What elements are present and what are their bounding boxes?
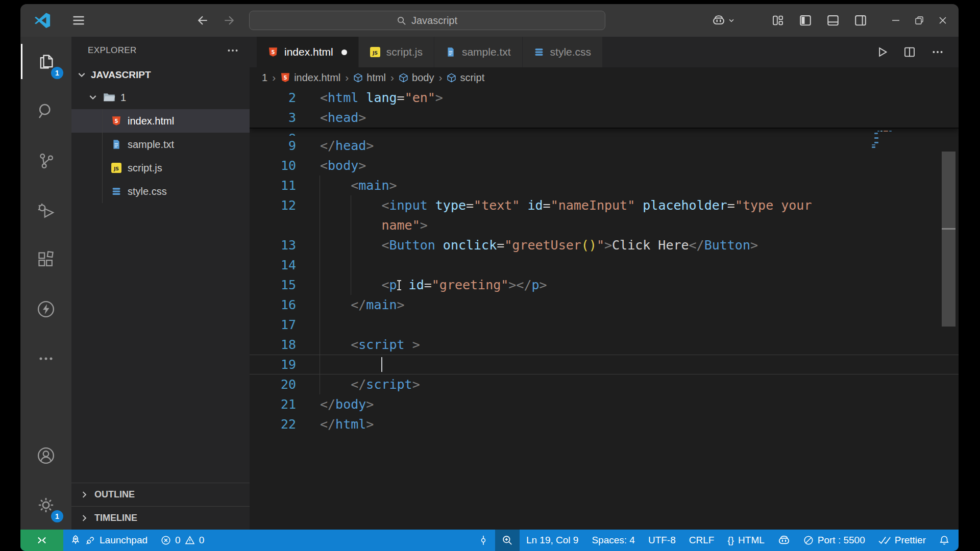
code-editor[interactable]: 2<html lang="en">3<head> 89</head>10<bod… bbox=[250, 88, 959, 530]
code-line-8[interactable]: 8 bbox=[250, 129, 959, 136]
copilot-icon[interactable] bbox=[712, 10, 735, 31]
commit-status-item[interactable] bbox=[472, 530, 495, 551]
remote-icon bbox=[36, 536, 47, 545]
back-arrow-icon[interactable] bbox=[196, 14, 209, 27]
explorer-badge: 1 bbox=[51, 67, 63, 79]
svg-text:JS: JS bbox=[372, 50, 378, 56]
copilot-status-item[interactable] bbox=[771, 530, 797, 551]
vscode-window: Javascript bbox=[20, 4, 959, 551]
eol-status[interactable]: CRLF bbox=[682, 530, 721, 551]
code-line-13[interactable]: 13 <Button onclick="greetUser()">Click H… bbox=[250, 235, 959, 255]
cursor-position[interactable]: Ln 19, Col 9 bbox=[520, 530, 585, 551]
editor-more-actions-icon[interactable] bbox=[931, 45, 944, 59]
minimize-button[interactable] bbox=[884, 9, 908, 32]
close-button[interactable] bbox=[931, 9, 954, 32]
problems-status-item[interactable]: 0 0 bbox=[154, 530, 211, 551]
code-line-14[interactable]: 14 bbox=[250, 255, 959, 275]
txt-file-icon bbox=[446, 47, 456, 57]
code-line-18[interactable]: 18 <script > bbox=[250, 335, 959, 355]
vertical-scrollbar[interactable] bbox=[942, 88, 955, 530]
thunder-client-activity-icon[interactable] bbox=[20, 284, 71, 334]
run-file-icon[interactable] bbox=[876, 46, 888, 58]
breadcrumb-item-1[interactable]: 1 bbox=[262, 72, 267, 84]
more-views-icon[interactable] bbox=[20, 334, 71, 383]
code-line-16[interactable]: 16 </main> bbox=[250, 295, 959, 315]
breadcrumb-item-script[interactable]: script bbox=[447, 72, 484, 84]
file-item-index.html[interactable]: 5index.html bbox=[71, 109, 250, 133]
svg-text:5: 5 bbox=[272, 49, 275, 55]
remote-indicator[interactable] bbox=[20, 530, 63, 551]
scrollbar-thumb[interactable] bbox=[942, 152, 955, 327]
menu-icon[interactable] bbox=[68, 10, 89, 31]
code-lines: 89</head>10<body>11 <main>12 <input type… bbox=[250, 129, 959, 434]
file-item-style.css[interactable]: style.css bbox=[71, 180, 250, 203]
circle-slash-icon bbox=[803, 535, 814, 545]
file-list: 5index.htmlsample.txtJSscript.jsstyle.cs… bbox=[71, 109, 250, 203]
split-editor-icon[interactable] bbox=[903, 46, 916, 58]
tab-index.html[interactable]: 5index.html bbox=[257, 37, 359, 67]
forward-arrow-icon[interactable] bbox=[223, 14, 236, 27]
toggle-primary-sidebar-icon[interactable] bbox=[795, 10, 816, 31]
customize-layout-icon[interactable] bbox=[768, 10, 788, 31]
toggle-secondary-sidebar-icon[interactable] bbox=[850, 10, 871, 31]
code-line-20[interactable]: 20 </script> bbox=[250, 374, 959, 394]
code-line-19[interactable]: 19 bbox=[250, 355, 959, 374]
html-file-icon: 5 bbox=[268, 47, 278, 57]
restore-button[interactable] bbox=[908, 9, 931, 32]
file-item-sample.txt[interactable]: sample.txt bbox=[71, 133, 250, 156]
double-check-icon bbox=[878, 536, 891, 545]
toggle-panel-icon[interactable] bbox=[823, 10, 843, 31]
code-line-17[interactable]: 17 bbox=[250, 315, 959, 335]
search-activity-icon[interactable] bbox=[20, 86, 71, 136]
language-mode[interactable]: {} HTML bbox=[721, 530, 771, 551]
chevron-down-icon bbox=[88, 92, 98, 103]
code-line-15[interactable]: 15 <p id="greeting"></p> bbox=[250, 275, 959, 295]
live-server-port[interactable]: Port : 5500 bbox=[797, 530, 872, 551]
timeline-section[interactable]: TIMELINE bbox=[71, 506, 250, 530]
prettier-status-item[interactable]: Prettier bbox=[872, 530, 933, 551]
explorer-more-actions-icon[interactable] bbox=[226, 44, 239, 57]
workspace-row[interactable]: JAVASCRIPT bbox=[71, 64, 250, 86]
zoom-status-item[interactable] bbox=[495, 530, 520, 551]
code-line-11[interactable]: 11 <main> bbox=[250, 176, 959, 195]
settings-gear-icon[interactable]: 1 bbox=[20, 480, 71, 530]
tab-style.css[interactable]: style.css bbox=[523, 37, 603, 67]
workspace-label: JAVASCRIPT bbox=[91, 69, 151, 81]
tab-sample.txt[interactable]: sample.txt bbox=[434, 37, 523, 67]
breadcrumb-item-html[interactable]: html bbox=[353, 72, 386, 84]
run-debug-activity-icon[interactable] bbox=[20, 185, 71, 235]
account-icon[interactable] bbox=[20, 431, 71, 480]
command-center-search[interactable]: Javascript bbox=[249, 11, 605, 30]
notifications-bell-icon[interactable] bbox=[933, 530, 959, 551]
activity-bar: 1 bbox=[20, 37, 71, 530]
folder-row[interactable]: 1 bbox=[71, 86, 250, 109]
code-line-10[interactable]: 10<body> bbox=[250, 156, 959, 176]
launchpad-status-item[interactable]: Launchpad bbox=[63, 530, 154, 551]
chevron-right-icon bbox=[80, 490, 89, 499]
code-line-2[interactable]: 2<html lang="en"> bbox=[250, 88, 959, 108]
file-item-script.js[interactable]: JSscript.js bbox=[71, 156, 250, 180]
code-line-21[interactable]: 21</body> bbox=[250, 394, 959, 414]
breadcrumb: 1›5index.html›html›body›script bbox=[250, 67, 959, 88]
source-control-activity-icon[interactable] bbox=[20, 136, 71, 185]
explorer-activity-icon[interactable]: 1 bbox=[20, 37, 71, 86]
code-line-12[interactable]: 12 <input type="text" id="nameInput" pla… bbox=[250, 195, 959, 215]
svg-text:5: 5 bbox=[115, 118, 118, 124]
errors-count: 0 bbox=[175, 535, 181, 546]
html-file-icon: 5 bbox=[280, 72, 290, 83]
breadcrumb-item-index.html[interactable]: 5index.html bbox=[280, 72, 340, 84]
breadcrumb-item-body[interactable]: body bbox=[399, 72, 434, 84]
code-line-22[interactable]: 22</html> bbox=[250, 414, 959, 434]
code-line-wrap[interactable]: name"> bbox=[250, 215, 959, 235]
plug-icon bbox=[85, 535, 95, 545]
css-file-icon bbox=[111, 186, 121, 196]
code-line-9[interactable]: 9</head> bbox=[250, 136, 959, 156]
explorer-title: EXPLORER bbox=[88, 45, 137, 56]
extensions-activity-icon[interactable] bbox=[20, 235, 71, 284]
tab-script.js[interactable]: JSscript.js bbox=[359, 37, 434, 67]
outline-section[interactable]: OUTLINE bbox=[71, 483, 250, 506]
code-line-3[interactable]: 3<head> bbox=[250, 108, 959, 128]
breadcrumb-separator: › bbox=[272, 71, 276, 84]
indentation-status[interactable]: Spaces: 4 bbox=[585, 530, 642, 551]
encoding-status[interactable]: UTF-8 bbox=[642, 530, 682, 551]
